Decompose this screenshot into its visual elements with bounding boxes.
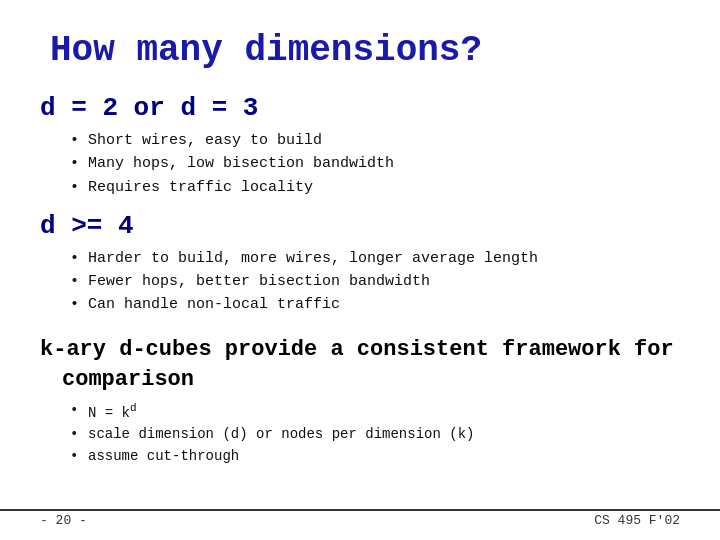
course-label: CS 495 F'02: [594, 513, 680, 528]
list-item: assume cut-through: [70, 446, 680, 468]
slide-title: How many dimensions?: [40, 30, 680, 71]
footer: - 20 - CS 495 F'02: [0, 509, 720, 528]
section3-bullets: N = kd scale dimension (d) or nodes per …: [70, 400, 680, 468]
list-item: Fewer hops, better bisection bandwidth: [70, 270, 680, 293]
page-number: - 20 -: [40, 513, 87, 528]
slide: How many dimensions? d = 2 or d = 3 Shor…: [0, 0, 720, 540]
list-item: N = kd: [70, 400, 680, 424]
section3: k-ary d-cubes provide a consistent frame…: [40, 335, 680, 472]
list-item: Harder to build, more wires, longer aver…: [70, 247, 680, 270]
section1-heading: d = 2 or d = 3: [40, 93, 680, 123]
list-item: Requires traffic locality: [70, 176, 680, 199]
list-item: scale dimension (d) or nodes per dimensi…: [70, 424, 680, 446]
section3-heading: k-ary d-cubes provide a consistent frame…: [40, 335, 680, 397]
list-item: Many hops, low bisection bandwidth: [70, 152, 680, 175]
section1-bullets: Short wires, easy to build Many hops, lo…: [70, 129, 680, 199]
section2-heading: d >= 4: [40, 211, 680, 241]
section2-bullets: Harder to build, more wires, longer aver…: [70, 247, 680, 317]
list-item: Can handle non-local traffic: [70, 293, 680, 316]
list-item: Short wires, easy to build: [70, 129, 680, 152]
